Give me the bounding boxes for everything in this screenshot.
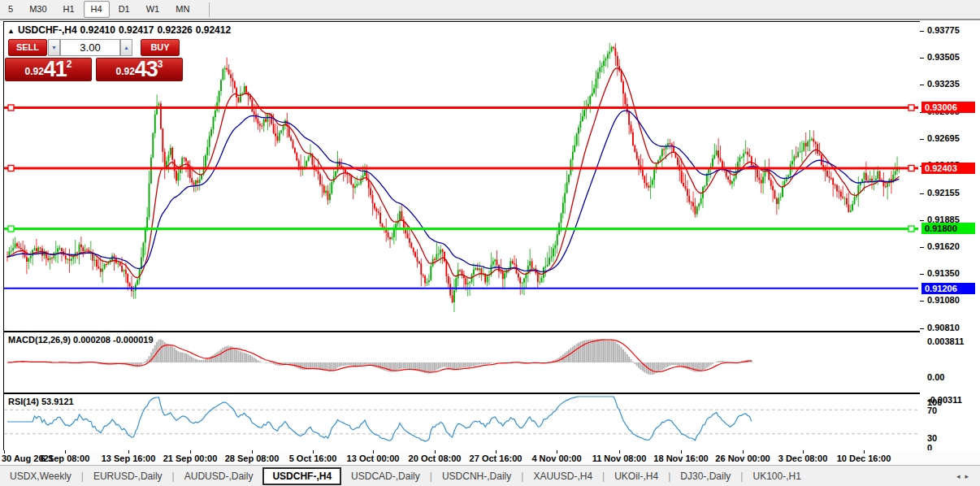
chart-window[interactable]: ▲USDCHF-,H40.924100.924170.923260.92412 … <box>0 19 980 466</box>
chart-tab-xauusd-h4[interactable]: XAUUSD-,H4 <box>523 468 602 484</box>
price-line-badge: 0.91800 <box>921 223 975 234</box>
tf-button-W1[interactable]: W1 <box>139 1 167 18</box>
collapse-panel-icon[interactable]: ▲ <box>7 27 15 35</box>
rsi-indicator-panel[interactable]: RSI(14) 53.9121 <box>3 393 921 452</box>
time-axis[interactable]: 30 Aug 20216 Sep 08:0013 Sep 16:0021 Sep… <box>0 450 980 466</box>
chart-tab-bar: USDX,Weekly|EURUSD-,Daily|AUDUSD-,DailyU… <box>0 465 980 486</box>
chart-tab-dj30-daily[interactable]: DJ30-,Daily <box>670 468 740 484</box>
chart-tab-ukoil-h4[interactable]: UKOil-,H4 <box>605 468 668 484</box>
price-tick-label: 0.90810 <box>927 323 960 332</box>
time-tick-label: 11 Nov 08:00 <box>592 453 647 463</box>
price-tick-label: 0.91350 <box>927 268 960 278</box>
chart-tab-eurusd-daily[interactable]: EURUSD-,Daily <box>84 468 172 484</box>
price-tick-mark <box>920 220 924 221</box>
buy-price-prefix: 0.92 <box>115 63 134 80</box>
tf-button-D1[interactable]: D1 <box>111 1 137 18</box>
price-tick-label: 0.91080 <box>927 295 960 305</box>
toolbar-separator <box>209 2 210 17</box>
time-tick-label: 21 Sep 00:00 <box>163 453 218 463</box>
sell-price-prefix: 0.92 <box>24 63 43 80</box>
chart-symbol-label: USDCHF-,H4 <box>18 24 77 36</box>
sell-price-pip: 2 <box>67 60 72 68</box>
macd-indicator-panel[interactable]: MACD(12,26,9) 0.000208 -0.000019 <box>3 332 921 393</box>
chart-tab-uk100-h1[interactable]: UK100-,H1 <box>743 468 810 484</box>
tab-scroll-nav: ◂▸ <box>956 472 973 480</box>
time-tick-label: 26 Nov 00:00 <box>715 453 770 463</box>
price-tick-mark <box>920 274 924 275</box>
time-tick-label: 13 Sep 16:00 <box>102 453 156 463</box>
volume-decrease-icon[interactable]: ▼ <box>48 39 60 56</box>
price-tick-mark <box>920 247 924 248</box>
price-tick-mark <box>920 328 924 329</box>
price-line-badge: 0.93006 <box>921 102 975 113</box>
time-tick-label: 3 Dec 08:00 <box>778 453 828 463</box>
price-tick-mark <box>920 193 924 194</box>
sell-price-button[interactable]: 0.92412 <box>5 58 92 81</box>
price-tick-mark <box>920 85 924 85</box>
tab-scroll-left-icon[interactable]: ◂ <box>956 472 965 480</box>
chart-header: ▲USDCHF-,H40.924100.924170.923260.92412 <box>7 24 234 36</box>
price-tick-mark <box>920 31 924 32</box>
buy-price-main: 43 <box>135 59 158 80</box>
macd-label: MACD(12,26,9) 0.000208 -0.000019 <box>8 335 154 345</box>
chart-tab-usdchf-h4[interactable]: USDCHF-,H4 <box>262 467 341 485</box>
rsi-chart <box>4 394 918 449</box>
time-tick-label: 20 Oct 08:00 <box>409 453 462 463</box>
tf-button-M30[interactable]: M30 <box>22 1 54 18</box>
price-tick-label: 0.92695 <box>927 133 960 143</box>
sell-button[interactable]: SELL <box>8 39 47 56</box>
time-tick-label: 28 Sep 08:00 <box>225 453 280 463</box>
buy-price-button[interactable]: 0.92433 <box>96 58 183 81</box>
price-line-badge: 0.91206 <box>921 283 975 294</box>
time-tick-label: 10 Dec 16:00 <box>837 453 891 463</box>
price-tick-label: 0.92155 <box>927 188 960 197</box>
time-tick-label: 6 Sep 08:00 <box>41 453 90 463</box>
macd-axis-label: 0.003811 <box>927 336 964 346</box>
price-tick-mark <box>920 301 924 302</box>
one-click-trading-panel: SELL ▼ ▲ BUY 0.92412 0.92433 <box>5 38 183 81</box>
volume-input[interactable] <box>60 39 120 56</box>
time-tick-label: 13 Oct 00:00 <box>347 453 400 463</box>
price-tick-label: 0.93505 <box>927 52 960 62</box>
ohlc-high: 0.92417 <box>119 24 154 36</box>
timeframe-toolbar: 5M30H1H4D1W1MN <box>0 0 980 19</box>
sell-price-main: 41 <box>44 59 67 80</box>
price-tick-label: 0.93235 <box>927 79 960 89</box>
buy-price-pip: 3 <box>158 60 163 68</box>
tf-button-H4[interactable]: H4 <box>84 1 110 18</box>
tf-button-MN[interactable]: MN <box>168 1 197 18</box>
ohlc-open: 0.92410 <box>80 24 115 36</box>
time-tick-label: 18 Nov 16:00 <box>653 453 708 463</box>
time-tick-label: 4 Nov 00:00 <box>531 453 581 463</box>
price-tick-label: 0.93775 <box>927 25 960 35</box>
tf-button-H1[interactable]: H1 <box>56 1 82 18</box>
rsi-label: RSI(14) 53.9121 <box>8 397 74 406</box>
ohlc-low: 0.92326 <box>157 24 192 36</box>
volume-increase-icon[interactable]: ▲ <box>120 39 132 56</box>
price-line-badge: 0.92403 <box>921 163 975 174</box>
tab-scroll-right-icon[interactable]: ▸ <box>965 472 973 480</box>
chart-tab-usdcnh-daily[interactable]: USDCNH-,Daily <box>432 468 521 484</box>
price-tick-mark <box>920 58 924 59</box>
tf-button-5[interactable]: 5 <box>1 1 20 18</box>
price-tick-label: 0.91620 <box>927 241 960 251</box>
price-axis[interactable]: 0.937750.935050.932350.929650.926950.924… <box>920 20 980 451</box>
time-tick-label: 27 Oct 16:00 <box>470 453 523 463</box>
terminal-window: 5M30H1H4D1W1MN ▲USDCHF-,H40.924100.92417… <box>0 0 980 486</box>
buy-button[interactable]: BUY <box>141 39 180 56</box>
time-tick-label: 5 Oct 16:00 <box>289 453 337 463</box>
chart-tab-usdx-weekly[interactable]: USDX,Weekly <box>0 468 81 484</box>
chart-tab-audusd-daily[interactable]: AUDUSD-,Daily <box>175 468 263 484</box>
ohlc-close: 0.92412 <box>196 24 231 36</box>
rsi-axis-label: 30 <box>927 433 937 443</box>
rsi-axis-label: 70 <box>927 406 937 415</box>
price-tick-mark <box>920 139 924 140</box>
chart-tab-usdcad-daily[interactable]: USDCAD-,Daily <box>341 468 430 484</box>
macd-axis-label: 0.00 <box>927 372 944 382</box>
